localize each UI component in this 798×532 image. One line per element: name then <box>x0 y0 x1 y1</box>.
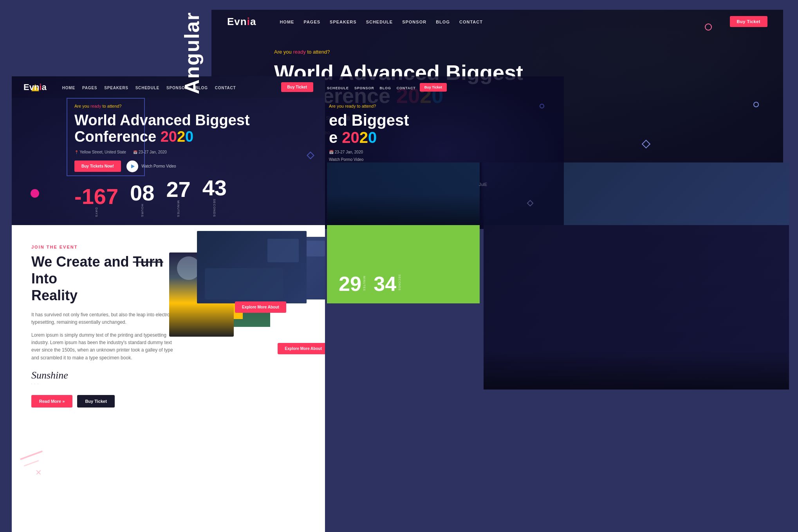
nav-item-sponsor[interactable]: SPONSOR <box>402 18 426 25</box>
green-minutes: 29 MINUTES <box>339 272 366 296</box>
green-seconds: 34 SECONDS <box>374 272 401 296</box>
deco-circle-outline-2 <box>753 102 759 107</box>
nav-item-speakers[interactable]: SPEAKERS <box>330 18 357 25</box>
mid-nav-speakers[interactable]: SPEAKERS <box>104 84 128 91</box>
card-mid-nav-links: HOME PAGES SPEAKERS SCHEDULE SPONSOR BLO… <box>62 84 236 91</box>
office-laptop-image <box>197 231 307 303</box>
promo-text: Watch Pormo Video <box>141 164 176 168</box>
nav-item-blog[interactable]: BLOG <box>436 18 450 25</box>
hours-label: HOURS <box>141 204 144 217</box>
logo-evnia: Evnia <box>23 82 47 92</box>
right-nav-schedule[interactable]: SCHEDULE <box>327 84 349 91</box>
card-conference <box>484 225 789 390</box>
card-back-nav: Evnia HOME PAGES SPEAKERS SCHEDULE SPONS… <box>211 10 783 33</box>
countdown-hours: 08 HOURS <box>130 182 154 217</box>
card-right-nav: SCHEDULE SPONSOR BLOG CONTACT Buy Ticket <box>321 76 564 98</box>
countdown: -167 DAYS 08 HOURS 27 MINUTES 43 SECONDS <box>74 177 227 217</box>
minutes-number: 27 <box>166 179 190 200</box>
mid-nav-home[interactable]: HOME <box>62 84 75 91</box>
deco-cross: ✕ <box>35 468 42 477</box>
card-right-subtitle: Are you ready to attend? <box>329 104 409 108</box>
card-conference-overlay <box>484 225 789 390</box>
audience-bottom-gradient <box>484 350 789 390</box>
section-desc2: Lorem ipsum is simply dummy text of the … <box>31 332 180 362</box>
countdown-minutes: 27 MINUTES <box>166 179 190 217</box>
green-minutes-label: MINUTES <box>363 276 366 291</box>
card-right-promo: Watch Pormo Video <box>329 157 409 162</box>
green-seconds-number: 34 <box>374 272 396 295</box>
deco-circle-magenta <box>31 189 39 198</box>
read-more-button[interactable]: Read More » <box>31 395 72 408</box>
card-right-nav-links: SCHEDULE SPONSOR BLOG CONTACT <box>327 84 416 91</box>
deco-circle-pink <box>705 23 712 31</box>
jule-text: JulE <box>479 182 487 187</box>
mid-nav-contact[interactable]: CONTACT <box>215 84 236 91</box>
countdown-seconds: 43 SECONDS <box>202 177 227 217</box>
card-back-nav-links: HOME PAGES SPEAKERS SCHEDULE SPONSOR BLO… <box>280 18 483 25</box>
card-mid-nav: Evnia HOME PAGES SPEAKERS SCHEDULE SPONS… <box>12 76 325 98</box>
days-number: -167 <box>74 186 118 207</box>
mid-nav-schedule[interactable]: SCHEDULE <box>135 84 159 91</box>
card-right-content: Are you ready to attend? ed Biggest e 20… <box>329 104 409 162</box>
nav-item-home[interactable]: HOME <box>280 18 294 25</box>
deco-pink-line-2 <box>24 460 39 467</box>
countdown-days: -167 DAYS <box>74 186 118 217</box>
right-nav-contact[interactable]: CONTACT <box>397 84 416 91</box>
explore-button[interactable]: Explore More About <box>278 343 325 354</box>
days-label: DAYS <box>95 207 98 217</box>
mid-buy-ticket-button[interactable]: Buy Ticket <box>281 82 313 92</box>
green-minutes-number: 29 <box>339 272 361 295</box>
countdown-green: 29 MINUTES 34 SECONDS <box>339 272 401 296</box>
deco-pink-line-1 <box>20 451 43 460</box>
right-nav-sponsor[interactable]: SPONSOR <box>354 84 374 91</box>
section-green: 29 MINUTES 34 SECONDS <box>327 225 480 303</box>
border-box-decoration <box>67 98 145 176</box>
minutes-label: MINUTES <box>177 200 180 217</box>
card-back-logo: Evnia <box>227 16 256 28</box>
seconds-number: 43 <box>202 177 227 199</box>
right-nav-blog[interactable]: BLOG <box>380 84 391 91</box>
card-img-right-1 <box>327 162 480 225</box>
section-title: We Create and Turn IntoReality <box>31 253 180 304</box>
white-section-buttons: Read More » Buy Ticket <box>31 395 305 408</box>
signature: Sunshine · · · <box>31 370 305 386</box>
audience-gradient <box>327 194 480 225</box>
nav-item-contact[interactable]: CONTACT <box>459 18 483 25</box>
hours-number: 08 <box>130 182 154 204</box>
section-desc1: It has survived not only five centuries,… <box>31 311 180 326</box>
seconds-label: SECONDS <box>213 199 216 217</box>
mid-nav-pages[interactable]: PAGES <box>82 84 97 91</box>
right-buy-ticket-button[interactable]: Buy Ticket <box>420 83 447 92</box>
card-back-buy-ticket-button[interactable]: Buy Ticket <box>730 16 767 27</box>
card-mid: Evnia HOME PAGES SPEAKERS SCHEDULE SPONS… <box>12 76 325 229</box>
angular-label: Angular <box>180 12 204 94</box>
green-seconds-label: SECONDS <box>398 274 401 291</box>
explore-more-button[interactable]: Explore More About <box>235 301 286 313</box>
deco-circle-right <box>540 104 544 108</box>
card-right-title: ed Biggest e 2020 <box>329 112 409 146</box>
nav-item-pages[interactable]: PAGES <box>303 18 320 25</box>
buy-ticket-white-button[interactable]: Buy Ticket <box>77 395 114 408</box>
card-right-meta: 📅 23-27 Jan, 2020 <box>329 150 409 154</box>
nav-item-schedule[interactable]: SCHEDULE <box>366 18 393 25</box>
card-back-subtitle: Are you ready to attend? <box>274 49 523 55</box>
